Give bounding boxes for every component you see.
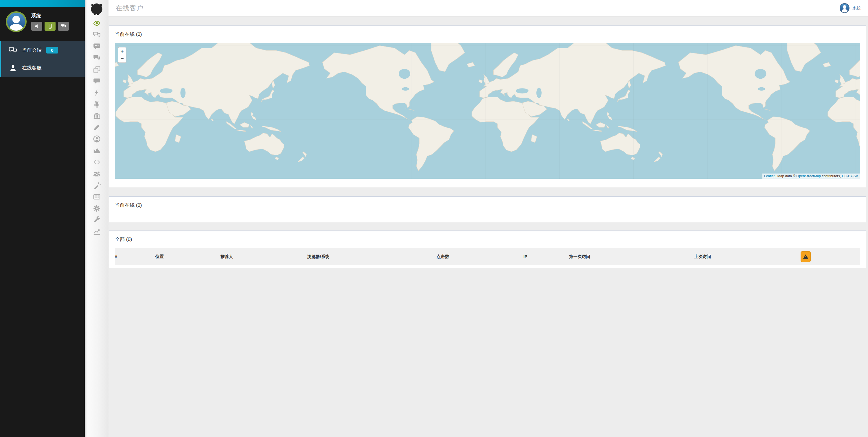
page-title: 在线客户 — [116, 3, 143, 13]
panel-title: 当前在线 (0) — [115, 197, 860, 214]
column-header-first-visit: 第一次访问 — [569, 254, 694, 259]
bank-icon[interactable] — [85, 110, 108, 122]
all-visitors-panel: 全部 (0) # 位置 推荐人 浏览器/系统 点击数 IP 第一次访问 上次访问 — [109, 230, 866, 268]
panel-title: 全部 (0) — [115, 231, 860, 248]
column-header-browser-os: 浏览器/系统 — [307, 254, 437, 259]
area-chart-icon[interactable] — [85, 145, 108, 156]
bolt-icon[interactable] — [85, 87, 108, 98]
owl-logo-icon[interactable] — [90, 2, 103, 15]
user-circle-icon[interactable] — [85, 133, 108, 145]
code-icon[interactable] — [85, 156, 108, 168]
profile-info: 系统 — [31, 11, 69, 37]
zoom-out-button[interactable]: − — [118, 55, 126, 62]
eye-icon[interactable] — [85, 18, 108, 29]
magic-wand-icon[interactable] — [85, 179, 108, 191]
main-area: 在线客户 系统 当前在线 (0) + − Leaflet | Map data — [108, 0, 868, 437]
world-map — [115, 43, 860, 179]
person-silhouette-icon — [840, 4, 849, 12]
header-avatar — [840, 3, 849, 13]
mobile-button[interactable] — [44, 22, 56, 31]
comment-icon[interactable] — [85, 75, 108, 87]
sidebar-item-online-operators[interactable]: 在线客服 — [1, 59, 85, 76]
current-chats-count-badge: 0 — [46, 47, 58, 54]
toolbar-icons — [85, 18, 108, 237]
warning-button[interactable] — [801, 251, 811, 262]
header-user-menu[interactable]: 系统 — [840, 3, 861, 13]
speaker-icon — [34, 24, 40, 29]
user-avatar[interactable] — [6, 11, 27, 32]
attribution-text: contributors, — [821, 174, 842, 178]
map-attribution: Leaflet | Map data © OpenStreetMap contr… — [763, 174, 860, 179]
attribution-text: | Map data © — [775, 174, 796, 178]
visitors-map[interactable]: + − Leaflet | Map data © OpenStreetMap c… — [115, 43, 860, 179]
panel-title: 当前在线 (0) — [115, 26, 860, 43]
sidebar: 系统 当前会话 0 — [0, 0, 85, 437]
sidebar-profile: 系统 — [0, 7, 85, 37]
column-header-ip: IP — [523, 254, 569, 259]
content: 当前在线 (0) + − Leaflet | Map data © OpenSt… — [108, 17, 868, 268]
header-user-name: 系统 — [852, 5, 861, 11]
leaflet-link[interactable]: Leaflet — [764, 174, 775, 178]
chat-bubbles-icon — [9, 47, 18, 54]
operator-icon — [9, 64, 18, 71]
pencil-icon[interactable] — [85, 122, 108, 133]
comments-outline-icon[interactable] — [85, 29, 108, 40]
app-root: 系统 当前会话 0 — [0, 0, 868, 437]
comment-dots-icon[interactable] — [85, 40, 108, 52]
online-list-panel: 当前在线 (0) — [109, 196, 866, 222]
line-chart-icon[interactable] — [85, 226, 108, 237]
comments-filled-icon[interactable] — [85, 52, 108, 64]
clone-icon[interactable] — [85, 64, 108, 75]
mobile-phone-icon — [48, 24, 53, 29]
icon-toolbar — [85, 0, 108, 437]
sidebar-item-label: 在线客服 — [22, 64, 42, 71]
column-header-clicks: 点击数 — [437, 254, 523, 259]
column-header-number: # — [115, 254, 155, 259]
openstreetmap-link[interactable]: OpenStreetMap — [796, 174, 821, 178]
column-header-location: 位置 — [155, 254, 220, 259]
column-header-referrer: 推荐人 — [220, 254, 307, 259]
sidebar-menu: 当前会话 0 在线客服 — [0, 41, 85, 76]
sound-button[interactable] — [31, 22, 42, 31]
chat-button[interactable] — [58, 22, 69, 31]
zoom-in-button[interactable]: + — [118, 48, 126, 55]
users-icon[interactable] — [85, 168, 108, 179]
visitors-table-header: # 位置 推荐人 浏览器/系统 点击数 IP 第一次访问 上次访问 — [115, 248, 860, 265]
android-icon[interactable] — [85, 98, 108, 110]
profile-name: 系统 — [31, 12, 69, 19]
gear-icon[interactable] — [85, 202, 108, 214]
sidebar-item-label: 当前会话 — [22, 47, 42, 54]
map-zoom-control: + − — [118, 47, 126, 63]
column-header-last-visit: 上次访问 — [694, 254, 801, 259]
person-silhouette-icon — [7, 13, 25, 31]
newspaper-icon[interactable] — [85, 191, 108, 202]
chat-bubbles-icon — [61, 24, 66, 29]
sidebar-accent-bar — [0, 0, 85, 7]
license-link[interactable]: CC-BY-SA — [842, 174, 858, 178]
warning-triangle-icon — [803, 254, 809, 260]
top-header: 在线客户 系统 — [108, 0, 868, 17]
online-map-panel: 当前在线 (0) + − Leaflet | Map data © OpenSt… — [109, 26, 866, 187]
wrench-icon[interactable] — [85, 214, 108, 226]
profile-buttons — [31, 22, 69, 31]
sidebar-item-current-chats[interactable]: 当前会话 0 — [1, 41, 85, 59]
